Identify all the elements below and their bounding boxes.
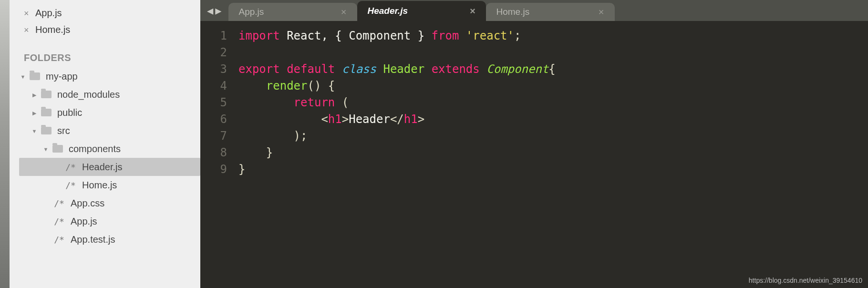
tree-folder-public[interactable]: public	[19, 103, 200, 122]
tree-label: App.test.js	[71, 234, 115, 245]
code-content[interactable]: import React, { Component } from 'react'…	[234, 21, 868, 288]
code-area[interactable]: 1 2 3 4 5 6 7 8 9 import React, { Compon…	[200, 21, 868, 288]
open-files-section: × App.js × Home.js	[10, 0, 200, 38]
line-number: 1	[200, 28, 227, 44]
file-icon: /*	[52, 198, 66, 208]
chevron-right-icon[interactable]	[31, 109, 38, 116]
desktop-background-sliver	[0, 0, 10, 288]
code-line: render() {	[238, 78, 868, 94]
tree-file-header-js[interactable]: /* Header.js	[19, 158, 200, 176]
tree-folder-components[interactable]: components	[19, 140, 200, 158]
open-file-item[interactable]: × Home.js	[10, 21, 200, 38]
line-number: 3	[200, 61, 227, 78]
open-file-item[interactable]: × App.js	[10, 5, 200, 21]
folder-icon	[41, 127, 52, 134]
editor-pane: ◀ ▶ App.js × Header.js × Home.js × 1 2 3…	[200, 0, 868, 288]
tree-folder-src[interactable]: src	[19, 122, 200, 140]
line-number-gutter: 1 2 3 4 5 6 7 8 9	[200, 21, 234, 288]
folders-header: FOLDERS	[10, 52, 200, 67]
file-icon: /*	[64, 162, 77, 172]
sidebar: × App.js × Home.js FOLDERS my-app node_m…	[10, 0, 200, 288]
tree-file-app-test-js[interactable]: /* App.test.js	[19, 230, 200, 248]
tree-label: src	[57, 125, 70, 136]
line-number: 9	[200, 161, 227, 178]
code-line	[238, 44, 868, 61]
chevron-right-icon[interactable]	[31, 91, 38, 98]
open-file-label: App.js	[35, 8, 62, 19]
file-icon: /*	[52, 216, 66, 226]
close-icon[interactable]: ×	[599, 7, 604, 17]
close-icon[interactable]: ×	[24, 26, 31, 34]
tree-label: Home.js	[82, 180, 117, 191]
line-number: 5	[200, 94, 227, 111]
tab-label: App.js	[239, 7, 341, 17]
chevron-down-icon[interactable]	[42, 145, 50, 153]
code-line: }	[238, 144, 868, 161]
tree-label: public	[57, 107, 82, 118]
chevron-down-icon[interactable]	[31, 127, 38, 134]
code-line: return (	[238, 94, 868, 111]
line-number: 8	[200, 144, 227, 161]
code-line: );	[238, 128, 868, 144]
tree-file-home-js[interactable]: /* Home.js	[19, 176, 200, 194]
open-file-label: Home.js	[35, 24, 70, 35]
nav-forward-icon[interactable]: ▶	[215, 5, 221, 17]
line-number: 4	[200, 78, 227, 94]
tab-label: Header.js	[368, 6, 470, 16]
folder-icon	[30, 72, 40, 80]
tab-header-js[interactable]: Header.js ×	[357, 1, 486, 21]
folder-icon	[41, 91, 52, 98]
line-number: 6	[200, 111, 227, 128]
tree-folder-my-app[interactable]: my-app	[19, 67, 200, 85]
tree-label: my-app	[46, 71, 78, 82]
tab-app-js[interactable]: App.js ×	[228, 3, 357, 21]
tree-file-app-css[interactable]: /* App.css	[19, 194, 200, 212]
tab-label: Home.js	[496, 7, 599, 17]
chevron-down-icon[interactable]	[19, 72, 27, 80]
code-line: }	[238, 161, 868, 178]
tree-file-app-js[interactable]: /* App.js	[19, 212, 200, 230]
tabs: App.js × Header.js × Home.js ×	[228, 0, 868, 21]
tree-label: Header.js	[82, 162, 123, 173]
tree-label: App.js	[71, 216, 97, 227]
file-icon: /*	[52, 235, 66, 245]
tab-home-js[interactable]: Home.js ×	[486, 3, 615, 21]
close-icon[interactable]: ×	[470, 6, 475, 16]
code-line: <h1>Header</h1>	[238, 111, 868, 128]
tab-history-nav: ◀ ▶	[200, 0, 228, 21]
watermark: https://blog.csdn.net/weixin_39154610	[749, 277, 862, 284]
close-icon[interactable]: ×	[24, 9, 31, 18]
line-number: 7	[200, 128, 227, 144]
folder-icon	[41, 109, 52, 116]
nav-back-icon[interactable]: ◀	[207, 5, 213, 17]
tab-bar: ◀ ▶ App.js × Header.js × Home.js ×	[200, 0, 868, 21]
folder-tree: my-app node_modules public src component…	[10, 67, 200, 248]
tree-label: components	[69, 144, 121, 154]
folder-icon	[52, 145, 63, 153]
tree-folder-node-modules[interactable]: node_modules	[19, 85, 200, 103]
line-number: 2	[200, 44, 227, 61]
file-icon: /*	[64, 180, 77, 190]
close-icon[interactable]: ×	[341, 7, 347, 17]
tree-label: node_modules	[57, 89, 120, 100]
tree-label: App.css	[71, 198, 104, 209]
code-line: import React, { Component } from 'react'…	[238, 28, 868, 44]
code-line: export default class Header extends Comp…	[238, 61, 868, 78]
